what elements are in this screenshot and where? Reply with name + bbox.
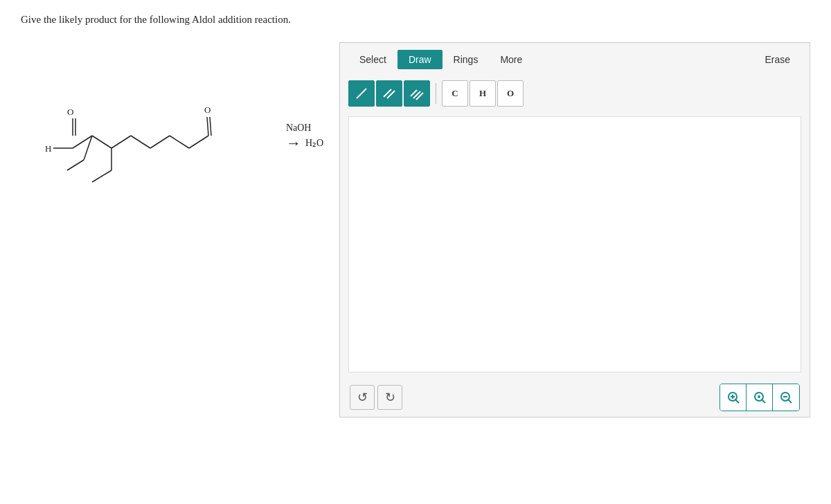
carbon-button[interactable]: C [442,80,468,107]
triple-bond-icon [410,87,424,100]
reagent1: NaOH [286,120,312,136]
draw-button[interactable]: Draw [397,50,443,69]
page: Give the likely product for the followin… [0,0,831,431]
svg-line-23 [735,400,739,404]
zoom-select-icon [753,390,767,404]
reagent2: H₂O [305,136,323,151]
toolbar: Select Draw Rings More Erase [340,43,810,76]
svg-line-9 [150,136,170,148]
content-area: H O [21,42,810,417]
triple-bond-button[interactable] [404,80,430,107]
double-bond-button[interactable] [376,80,402,107]
zoom-select-button[interactable] [747,384,773,411]
zoom-in-icon [726,390,740,404]
draw-panel: Select Draw Rings More Erase [339,42,810,417]
rings-button[interactable]: Rings [443,50,490,69]
erase-button[interactable]: Erase [753,50,801,69]
bond-tools-row: C H O [340,76,810,111]
arrow-reagent: NaOH → H₂O [286,127,323,152]
svg-line-12 [207,117,208,136]
structure-area: H O [21,42,339,208]
oxygen2-label: O [204,105,211,115]
toolbar-left: Select Draw Rings More [348,50,533,69]
reaction-arrow: → [286,136,301,151]
bottom-controls: ↺ ↻ [340,378,810,417]
svg-line-15 [92,170,111,182]
redo-button[interactable]: ↻ [377,385,402,410]
zoom-controls [720,384,800,411]
zoom-in-button[interactable] [720,384,747,411]
molecule-structure: H O [37,70,272,208]
svg-line-8 [131,136,150,148]
single-bond-button[interactable] [348,80,375,107]
reagents-column: NaOH → H₂O [286,120,323,152]
atom-separator [436,83,436,104]
svg-line-10 [170,136,189,148]
svg-line-11 [189,136,208,148]
svg-point-28 [758,395,760,398]
svg-line-27 [762,400,765,404]
svg-line-16 [357,89,366,98]
double-bond-icon [382,87,396,100]
svg-line-13 [210,117,211,136]
svg-line-7 [111,136,131,148]
reaction-container: H O [37,70,323,208]
undo-button[interactable]: ↺ [350,385,375,410]
draw-canvas[interactable] [348,116,801,372]
h-label: H [45,143,51,154]
zoom-out-icon [779,390,793,404]
oxygen1-label: O [67,107,73,117]
svg-line-30 [789,400,792,404]
svg-line-5 [84,136,92,160]
hydrogen-button[interactable]: H [470,80,496,107]
svg-line-3 [73,136,92,148]
svg-line-4 [92,136,111,148]
zoom-out-button[interactable] [773,384,799,411]
select-button[interactable]: Select [348,50,397,69]
oxygen-button[interactable]: O [497,80,524,107]
more-button[interactable]: More [489,50,533,69]
single-bond-icon [355,87,368,100]
svg-line-6 [67,160,84,170]
question-text: Give the likely product for the followin… [21,14,810,26]
undo-redo-group: ↺ ↻ [350,385,402,410]
